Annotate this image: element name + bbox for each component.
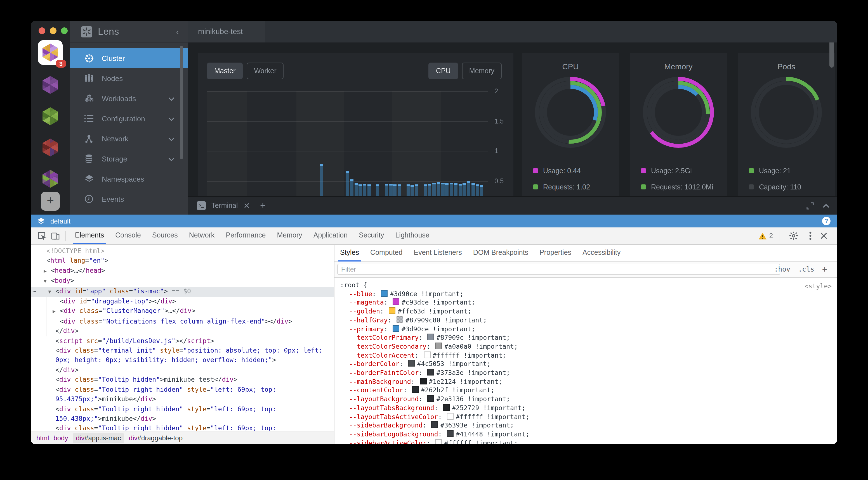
hov-toggle[interactable]: :hov [774,266,790,273]
styles-tab-properties[interactable]: Properties [534,244,577,261]
close-devtools-icon[interactable] [820,233,827,239]
css-variable-row[interactable]: --sidebarLogoBackground: #414448 !import… [335,430,837,439]
color-swatch[interactable] [428,369,434,376]
sidebar-item-nodes[interactable]: Nodes [70,68,188,88]
cluster-tile-green[interactable] [38,104,63,129]
color-swatch[interactable] [428,395,434,402]
dom-tree-row[interactable]: <html lang="en"> [31,256,334,266]
color-swatch[interactable] [397,316,403,323]
dom-tree-row[interactable]: <div id="draggable-top"></div> [31,297,334,307]
dom-tree-row[interactable]: <!DOCTYPE html> [31,246,334,256]
expander-open-icon[interactable]: ▼ [48,287,55,297]
styles-filter-input[interactable] [337,264,780,275]
chevron-down-icon[interactable] [168,155,175,163]
styles-tab-styles[interactable]: Styles [335,244,365,261]
color-swatch[interactable] [447,413,454,419]
sidebar-item-events[interactable]: Events [70,189,188,209]
dom-tree-row[interactable]: <script src="/build/LensDev.js"></script… [31,336,334,346]
sidebar-scrollbar[interactable] [180,46,183,159]
warning-count[interactable]: 2 [769,232,773,240]
css-variable-row[interactable]: --blue: #3d90ce !important; [335,290,837,298]
warning-icon[interactable] [759,232,767,239]
color-swatch[interactable] [412,386,419,393]
color-swatch[interactable] [435,343,442,349]
chevron-up-icon[interactable] [823,204,829,208]
styles-tab-event-listeners[interactable]: Event Listeners [408,244,467,261]
cls-toggle[interactable]: .cls [798,266,814,273]
devtools-tab-sources[interactable]: Sources [147,228,183,244]
devtools-tab-lighthouse[interactable]: Lighthouse [390,228,435,244]
cluster-tab[interactable]: minikube-test [188,21,266,42]
dom-tree-row[interactable]: ▼<body> [31,276,334,286]
css-variable-row[interactable]: --borderColor: #4c5053 !important; [335,360,837,369]
css-variable-row[interactable]: --halfGray: #87909c80 !important; [335,316,837,325]
color-swatch[interactable] [447,430,454,437]
css-selector[interactable]: :root { [335,281,837,290]
css-variable-row[interactable]: --sidebarActiveColor: #ffffff !important… [335,439,837,444]
devtools-tab-security[interactable]: Security [353,228,390,244]
sidebar-item-cluster[interactable]: Cluster [70,48,188,68]
breadcrumb-item[interactable]: div#app.is-mac [72,433,124,443]
cluster-tile-violet[interactable] [38,167,63,191]
sidebar-item-storage[interactable]: Storage [70,149,188,169]
devtools-tab-elements[interactable]: Elements [69,228,110,244]
dom-tree-row[interactable]: ▶<div class="ClusterManager">…</div> [31,307,334,317]
memory-tab[interactable]: Memory [462,63,502,79]
traffic-light-close[interactable] [39,27,45,34]
css-variable-row[interactable]: --magenta: #c93dce !important; [335,299,837,307]
color-swatch[interactable] [408,360,415,367]
dom-tree-row[interactable]: <div class="Tooltip right hidden" style=… [31,424,334,431]
breadcrumb-item[interactable]: body [54,434,68,442]
sidebar-collapse-icon[interactable]: ‹ [176,27,179,36]
inspect-element-icon[interactable] [37,231,46,240]
terminal-add-icon[interactable]: + [260,200,266,211]
sidebar-item-workloads[interactable]: Workloads [70,88,188,108]
css-variable-row[interactable]: --layoutTabsActiveColor: #ffffff !import… [335,413,837,421]
css-variable-row[interactable]: --golden: #ffc63d !important; [335,307,837,316]
dom-tree-row[interactable]: ▶<head>…</head> [31,266,334,276]
devtools-tab-memory[interactable]: Memory [272,228,308,244]
terminal-tab-label[interactable]: Terminal [211,202,238,210]
css-variable-row[interactable]: --textColorSecondary: #a0a0a0 !important… [335,343,837,351]
dom-tree-row[interactable]: ⋯▼<div id="app" class="is-mac"> == $0 [31,286,334,297]
expander-closed-icon[interactable]: ▶ [43,267,51,276]
cluster-tile-purple[interactable] [38,73,63,97]
traffic-light-minimize[interactable] [50,27,57,34]
cluster-tile-active[interactable]: 3 [38,40,63,65]
css-variable-row[interactable]: --sidebarBackground: #36393e !important; [335,422,837,430]
devtools-tab-network[interactable]: Network [183,228,220,244]
dom-tree-row[interactable]: <div class="Notifications flex column al… [31,317,334,327]
expand-dock-icon[interactable] [806,202,814,209]
dom-tree-row[interactable]: </div> [31,327,334,336]
devtools-tab-application[interactable]: Application [308,228,353,244]
color-swatch[interactable] [393,299,399,305]
color-swatch[interactable] [393,325,399,332]
dom-tree-row[interactable]: <div class="Tooltip hidden">minikube-tes… [31,375,334,385]
traffic-light-zoom[interactable] [61,27,68,34]
css-variable-row[interactable]: --contentColor: #262b2f !important; [335,386,837,395]
help-icon[interactable]: ? [822,217,831,225]
devtools-tab-console[interactable]: Console [110,228,147,244]
cluster-tile-red[interactable] [38,135,63,160]
color-swatch[interactable] [420,377,427,384]
css-variable-row[interactable]: --layoutTabsBackground: #252729 !importa… [335,404,837,413]
content-scrollbar[interactable] [829,42,834,68]
devtools-tab-performance[interactable]: Performance [220,228,271,244]
device-toolbar-icon[interactable] [51,231,60,240]
worker-tab[interactable]: Worker [247,63,284,79]
sidebar-item-namespaces[interactable]: Namespaces [70,169,188,189]
css-variable-row[interactable]: --primary: #3d90ce !important; [335,325,837,334]
dom-tree-row[interactable]: <div class="Tooltip right hidden" style=… [31,404,334,424]
kebab-menu-icon[interactable] [809,231,811,240]
sidebar-item-configuration[interactable]: Configuration [70,108,188,129]
chevron-down-icon[interactable] [168,114,175,123]
new-rule-button[interactable]: + [822,264,827,274]
add-cluster-button[interactable]: + [41,192,60,211]
expander-closed-icon[interactable]: ▶ [53,307,60,317]
color-swatch[interactable] [435,439,442,444]
styles-tab-computed[interactable]: Computed [365,244,408,261]
color-swatch[interactable] [381,290,388,297]
color-swatch[interactable] [424,351,430,358]
namespace-label[interactable]: default [50,217,70,225]
chevron-down-icon[interactable] [168,94,175,103]
